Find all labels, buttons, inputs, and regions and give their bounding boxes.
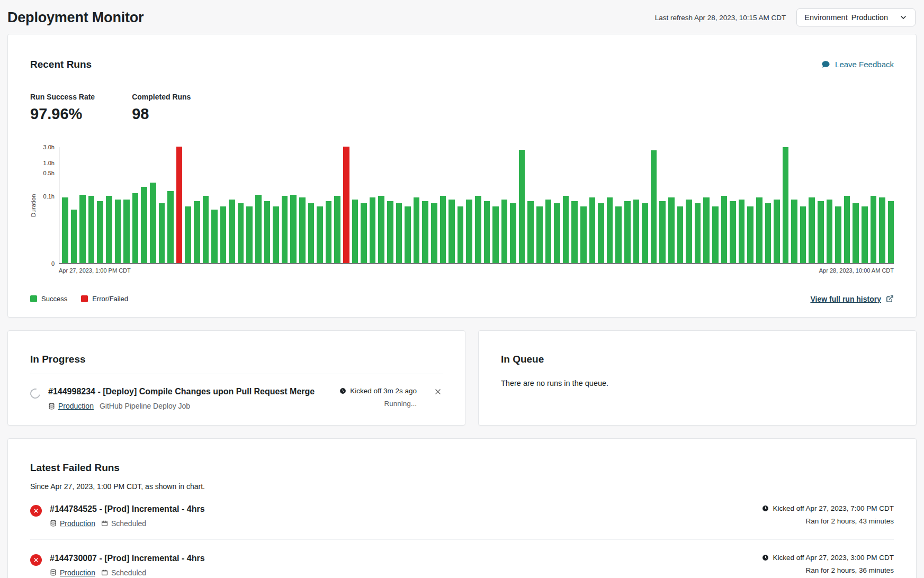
run-bar-success[interactable] <box>361 203 367 263</box>
run-bar-success[interactable] <box>246 206 253 263</box>
run-bar-success[interactable] <box>527 201 534 263</box>
run-bar-success[interactable] <box>492 206 499 263</box>
run-bar-success[interactable] <box>194 201 200 263</box>
run-bar-success[interactable] <box>668 197 675 263</box>
run-bar-success[interactable] <box>677 206 684 263</box>
run-bar-success[interactable] <box>203 196 209 263</box>
run-bar-success[interactable] <box>220 206 227 263</box>
run-bar-success[interactable] <box>62 197 68 263</box>
run-bar-success[interactable] <box>703 197 710 263</box>
run-bar-success[interactable] <box>273 206 279 263</box>
run-bar-success[interactable] <box>747 206 753 263</box>
run-bar-success[interactable] <box>88 196 95 263</box>
run-bar-success[interactable] <box>818 201 824 263</box>
run-bar-success[interactable] <box>422 201 428 263</box>
run-bar-success[interactable] <box>888 201 894 263</box>
run-bar-success[interactable] <box>370 197 376 263</box>
run-bar-success[interactable] <box>71 210 77 263</box>
run-bar-success[interactable] <box>571 201 578 263</box>
environment-link[interactable]: Production <box>48 402 94 410</box>
run-bar-success[interactable] <box>809 197 815 263</box>
run-bar-success[interactable] <box>633 200 640 263</box>
run-bar-success[interactable] <box>554 203 560 263</box>
run-bar-success[interactable] <box>695 203 701 263</box>
run-bar-success[interactable] <box>317 206 323 263</box>
run-bar-success[interactable] <box>783 147 789 263</box>
run-bar-success[interactable] <box>431 203 437 263</box>
run-bar-success[interactable] <box>334 196 340 263</box>
run-bar-success[interactable] <box>387 201 393 263</box>
run-bar-success[interactable] <box>624 201 631 263</box>
run-bar-success[interactable] <box>871 196 877 263</box>
run-bar-success[interactable] <box>229 200 235 263</box>
run-bar-success[interactable] <box>686 200 692 263</box>
run-bar-success[interactable] <box>132 193 139 263</box>
run-bar-success[interactable] <box>264 201 271 263</box>
run-bar-success[interactable] <box>545 200 552 263</box>
run-bar-success[interactable] <box>580 206 587 263</box>
run-bar-success[interactable] <box>141 187 147 263</box>
run-bar-success[interactable] <box>123 200 130 263</box>
run-bar-success[interactable] <box>405 206 411 263</box>
run-bar-success[interactable] <box>827 200 833 263</box>
run-bar-success[interactable] <box>185 206 191 263</box>
run-bar-success[interactable] <box>414 197 420 263</box>
run-bar-success[interactable] <box>563 196 569 263</box>
run-bar-success[interactable] <box>79 195 86 263</box>
run-bar-success[interactable] <box>255 195 262 263</box>
run-bar-success[interactable] <box>167 191 174 263</box>
run-bar-success[interactable] <box>211 210 218 263</box>
run-bar-success[interactable] <box>352 200 358 263</box>
run-bar-success[interactable] <box>97 201 103 263</box>
run-bar-success[interactable] <box>721 196 728 263</box>
run-bar-success[interactable] <box>510 203 516 263</box>
run-bar-success[interactable] <box>774 200 780 263</box>
run-bar-success[interactable] <box>308 203 315 263</box>
run-bar-success[interactable] <box>765 203 772 263</box>
run-bar-success[interactable] <box>853 203 859 263</box>
run-bar-success[interactable] <box>598 203 604 263</box>
run-bar-success[interactable] <box>396 203 402 263</box>
run-bar-success[interactable] <box>730 201 736 263</box>
environment-dropdown[interactable]: Environment Production <box>796 8 916 26</box>
run-bar-success[interactable] <box>484 201 490 263</box>
run-bar-success[interactable] <box>659 201 666 263</box>
run-bar-success[interactable] <box>589 197 596 263</box>
run-bar-success[interactable] <box>238 203 244 263</box>
environment-link[interactable]: Production <box>50 568 95 577</box>
run-bar-success[interactable] <box>642 203 648 263</box>
run-bar-success[interactable] <box>862 206 868 263</box>
leave-feedback-button[interactable]: Leave Feedback <box>821 60 894 69</box>
run-bar-success[interactable] <box>800 206 806 263</box>
run-bar-success[interactable] <box>457 206 464 263</box>
run-bar-success[interactable] <box>879 197 885 263</box>
view-full-run-history-link[interactable]: View full run history <box>810 295 894 303</box>
run-bar-success[interactable] <box>501 200 508 263</box>
run-bar-success[interactable] <box>844 196 850 263</box>
run-bar-success[interactable] <box>150 183 156 263</box>
run-bar-failed[interactable] <box>176 147 183 263</box>
run-bar-success[interactable] <box>106 196 112 263</box>
run-bar-success[interactable] <box>440 196 446 263</box>
run-bar-success[interactable] <box>712 206 719 263</box>
run-bar-success[interactable] <box>536 206 543 263</box>
run-bar-success[interactable] <box>615 206 622 263</box>
run-bar-success[interactable] <box>448 200 455 263</box>
run-bar-success[interactable] <box>299 197 306 263</box>
run-bar-success[interactable] <box>739 200 745 263</box>
run-bar-success[interactable] <box>378 196 384 263</box>
run-bar-success[interactable] <box>326 201 332 263</box>
run-bar-success[interactable] <box>115 200 121 263</box>
environment-link[interactable]: Production <box>50 519 95 528</box>
run-bar-success[interactable] <box>756 197 762 263</box>
run-bar-success[interactable] <box>791 200 797 263</box>
run-bar-success[interactable] <box>835 206 841 263</box>
run-bar-success[interactable] <box>607 197 613 263</box>
run-bar-success[interactable] <box>651 150 657 263</box>
run-bar-success[interactable] <box>519 150 525 263</box>
run-bar-success[interactable] <box>159 203 165 263</box>
close-button[interactable] <box>433 387 443 396</box>
run-bar-success[interactable] <box>466 200 472 263</box>
run-bar-success[interactable] <box>290 195 297 263</box>
run-bar-success[interactable] <box>475 196 481 263</box>
